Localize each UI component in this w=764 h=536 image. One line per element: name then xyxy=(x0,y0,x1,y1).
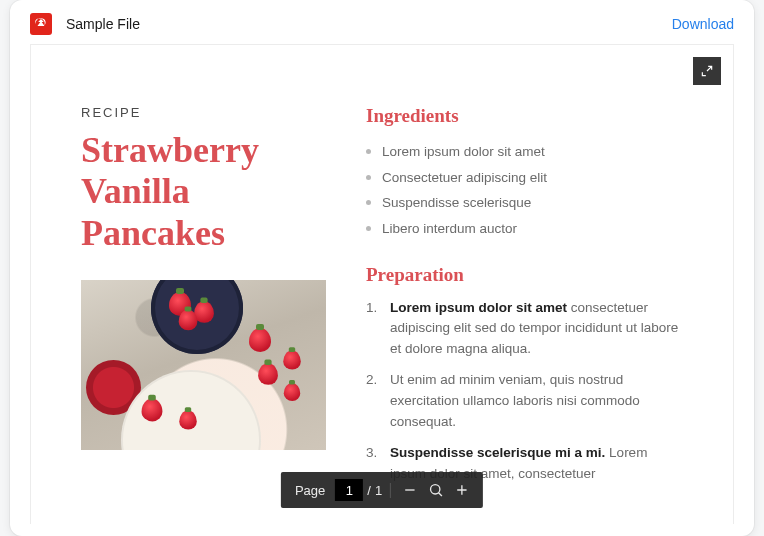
expand-icon xyxy=(700,64,714,78)
preparation-list: Lorem ipsum dolor sit amet consectetuer … xyxy=(366,298,683,485)
right-column: Ingredients Lorem ipsum dolor sit amet C… xyxy=(366,105,683,495)
magnifier-icon xyxy=(428,482,444,498)
ingredients-list: Lorem ipsum dolor sit amet Consectetuer … xyxy=(366,139,683,242)
pdf-icon xyxy=(30,13,52,35)
list-item: Ut enim ad minim veniam, quis nostrud ex… xyxy=(366,370,683,433)
viewer-frame: Sample File Download RECIPE Strawberry V… xyxy=(10,0,754,536)
list-item: Lorem ipsum dolor sit amet consectetuer … xyxy=(366,298,683,361)
recipe-photo xyxy=(81,280,326,450)
ingredients-heading: Ingredients xyxy=(366,105,683,127)
file-title: Sample File xyxy=(66,16,140,32)
total-pages: 1 xyxy=(371,483,391,498)
list-item: Consectetuer adipiscing elit xyxy=(366,165,683,191)
plus-icon xyxy=(454,482,470,498)
preparation-heading: Preparation xyxy=(366,264,683,286)
topbar: Sample File Download xyxy=(10,0,754,44)
current-page-input[interactable]: 1 xyxy=(335,479,363,501)
document-area: RECIPE Strawberry Vanilla Pancakes Ingre… xyxy=(30,44,734,524)
recipe-title: Strawberry Vanilla Pancakes xyxy=(81,130,326,254)
page-toolbar: Page 1 / 1 xyxy=(281,472,483,508)
svg-point-0 xyxy=(431,485,440,494)
eyebrow: RECIPE xyxy=(81,105,326,120)
list-item: Lorem ipsum dolor sit amet xyxy=(366,139,683,165)
minus-icon xyxy=(402,482,418,498)
list-item: Suspendisse scelerisque xyxy=(366,190,683,216)
document-page: RECIPE Strawberry Vanilla Pancakes Ingre… xyxy=(31,45,733,495)
download-link[interactable]: Download xyxy=(672,16,734,32)
left-column: RECIPE Strawberry Vanilla Pancakes xyxy=(81,105,326,495)
zoom-out-button[interactable] xyxy=(397,477,423,503)
expand-button[interactable] xyxy=(693,57,721,85)
zoom-in-button[interactable] xyxy=(449,477,475,503)
list-item: Libero interdum auctor xyxy=(366,216,683,242)
page-label: Page xyxy=(289,483,331,498)
zoom-reset-button[interactable] xyxy=(423,477,449,503)
